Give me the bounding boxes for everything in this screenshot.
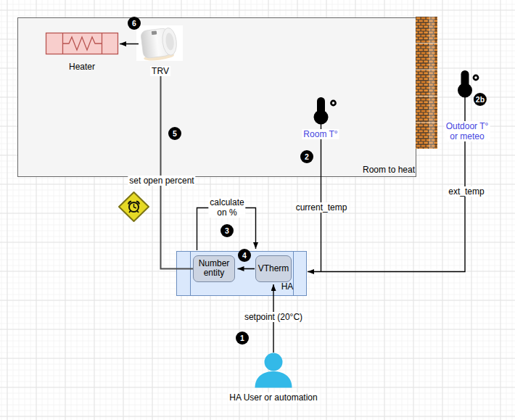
step-badge-1: 1 [236,332,249,345]
outdoor-thermometer-icon [458,70,478,98]
step-badge-5: 5 [168,127,181,140]
setpoint-label: setpoint (20°C) [243,312,304,322]
brick-wall-icon [416,17,437,149]
set-open-percent-label: set open percent [128,176,195,186]
vtherm-label: VTherm [258,264,289,273]
user-label: HA User or automation [228,392,318,403]
user-person-icon [255,353,292,388]
outdoor-temp-label-line1: Outdoor T° [446,121,489,131]
current-temp-label: current_temp [294,202,349,213]
room-to-heat-label: Room to heat [363,165,415,175]
calculate-label-line1: calculate [210,197,244,207]
step-badge-4: 4 [238,249,251,262]
diagram-canvas: Number entity VTherm Heater TRV set open… [0,0,515,420]
calculate-label-line2: on % [210,207,244,218]
vtherm-node: VTherm [255,255,292,282]
alarm-clock-diamond-icon [119,192,149,221]
room-to-heat-box [17,17,416,177]
ext-temp-label: ext_temp [447,186,485,197]
heater-label: Heater [69,62,95,72]
step-badge-6: 6 [128,17,141,30]
trv-label: TRV [150,66,170,76]
step-badge-2b: 2b [474,93,487,106]
ha-box-left-bar [190,252,191,295]
calculate-on-percent-label: calculate on % [208,197,245,218]
ha-label: HA [281,281,294,292]
outdoor-temp-label-line2: or meteo [446,131,489,141]
step-badge-2: 2 [300,150,313,163]
number-entity-label-line2: entity [204,268,225,278]
outdoor-temp-label: Outdoor T° or meteo [445,121,490,141]
room-temp-label: Room T° [302,129,339,139]
step-badge-3: 3 [221,224,234,237]
number-entity-node: Number entity [193,255,235,282]
